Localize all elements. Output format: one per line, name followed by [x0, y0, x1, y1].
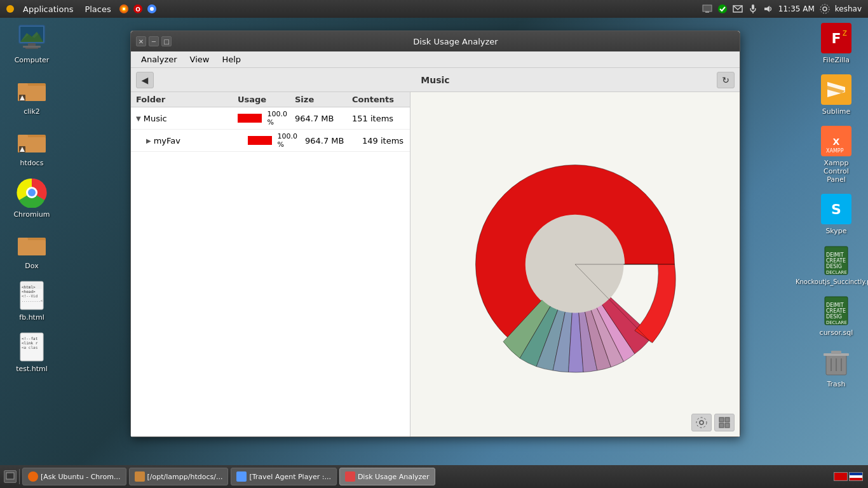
- desktop-icon-trash[interactable]: Trash: [811, 344, 862, 391]
- table-row[interactable]: ▶ myFav 100.0 % 964.7 MB 149 items: [131, 130, 410, 152]
- taskbar-bottom-right: [829, 472, 868, 481]
- taskbar-app-label-2: [Travel Agent Player :...: [249, 473, 330, 481]
- svg-point-10: [718, 4, 727, 13]
- desktop-icon-sublime[interactable]: Sublime: [811, 72, 862, 118]
- current-folder-title: Music: [159, 75, 712, 85]
- htdocs-folder-icon: [17, 126, 47, 156]
- chart-container: [448, 137, 702, 391]
- table-row[interactable]: ▼ Music 100.0 % 964.7 MB 151 items: [131, 107, 410, 130]
- svg-point-0: [6, 5, 14, 13]
- desktop-icon-xampp[interactable]: X XAMPP Xampp Control Panel: [811, 123, 862, 186]
- desktop-icon-pdf[interactable]: DEIMIT CREATE DESIG DECLARE Knockoutjs_S…: [811, 243, 862, 288]
- col-contents: Contents: [352, 95, 410, 104]
- ring-chart-svg: [448, 137, 702, 391]
- svg-text:S: S: [831, 201, 841, 217]
- svg-marker-14: [764, 6, 770, 12]
- clock: 11:35 AM: [778, 4, 815, 13]
- taskbar-app-label-1: [/opt/lampp/htdocs/...: [147, 473, 223, 481]
- chart-settings-button[interactable]: [691, 414, 712, 431]
- menu-view[interactable]: View: [185, 53, 215, 65]
- file-panel: Folder Usage Size Contents ▼ Music 100.0…: [131, 92, 410, 437]
- menu-analyzer[interactable]: Analyzer: [136, 53, 182, 65]
- music-contents: 151 items: [352, 114, 410, 123]
- window-close-button[interactable]: ✕: [136, 36, 146, 46]
- mic-icon: [748, 4, 758, 14]
- ubuntu-icon: [28, 471, 38, 482]
- firefox-icon[interactable]: [119, 4, 129, 14]
- desktop-icon-skype[interactable]: S Skype: [811, 191, 862, 238]
- chart-panel: [410, 92, 740, 437]
- chart-view-button[interactable]: [714, 414, 735, 431]
- computer-icon: [17, 23, 47, 53]
- desktop-icon-sql[interactable]: DEIMIT CREATE DESIG DECLARE cursor.sql: [811, 293, 862, 339]
- desktop-icon-fb-html[interactable]: <html> <head> <!--Vid ..........< fb.htm…: [6, 278, 57, 324]
- svg-rect-33: [18, 135, 28, 139]
- volume-icon[interactable]: [763, 4, 773, 14]
- taskbar-top: Applications Places O: [0, 0, 868, 18]
- svg-text:DECLARE: DECLARE: [826, 320, 847, 325]
- svg-point-41: [28, 189, 36, 196]
- taskbar-apps: [Ask Ubuntu - Chrom... [/opt/lampp/htdoc…: [0, 468, 439, 485]
- skype-icon: S: [821, 194, 851, 224]
- expand-arrow-music[interactable]: ▼: [136, 115, 141, 122]
- svg-point-16: [820, 4, 829, 13]
- svg-text:CREATE: CREATE: [826, 258, 846, 264]
- desktop-icon-computer[interactable]: Computer: [6, 20, 57, 67]
- chromium-taskbar-icon[interactable]: [147, 4, 157, 14]
- desktop-icon-dox[interactable]: Dox: [6, 226, 57, 273]
- refresh-button[interactable]: ↻: [717, 72, 735, 88]
- svg-rect-22: [28, 43, 36, 46]
- travel-icon: [236, 471, 247, 482]
- window-maximize-button[interactable]: □: [161, 36, 172, 46]
- desktop: Applications Places O: [0, 0, 868, 488]
- desktop-icon-chromium[interactable]: Chromium: [6, 175, 57, 221]
- taskbar-app-ubuntu[interactable]: [Ask Ubuntu - Chrom...: [22, 468, 126, 485]
- flag-icons: [834, 472, 863, 481]
- svg-rect-90: [725, 417, 729, 422]
- myfav-folder-name: myFav: [154, 136, 180, 146]
- fb-html-label: fb.html: [19, 313, 44, 322]
- file-name-myfav: ▶ myFav: [146, 136, 248, 146]
- expand-arrow-myfav[interactable]: ▶: [146, 137, 151, 144]
- svg-rect-89: [719, 417, 724, 422]
- pdf-label: Knockoutjs_Succinctly.pdf: [796, 278, 868, 285]
- file-name-music: ▼ Music: [136, 114, 238, 123]
- username: keshav: [835, 4, 862, 13]
- dox-folder-icon: [17, 229, 47, 259]
- desktop-icon-test-html[interactable]: <!--fat <link r <a clas test.html: [6, 329, 57, 376]
- myfav-usage-pct: 100.0 %: [277, 132, 305, 149]
- pdf-icon: DEIMIT CREATE DESIG DECLARE: [821, 245, 851, 276]
- svg-rect-92: [725, 423, 729, 428]
- svg-text:DEIMIT: DEIMIT: [826, 252, 844, 258]
- diskusage-icon: [345, 471, 355, 482]
- music-usage: 100.0 %: [238, 110, 295, 126]
- test-html-icon: <!--fat <link r <a clas: [17, 332, 47, 362]
- opera-icon[interactable]: O: [133, 4, 143, 14]
- settings-icon[interactable]: [820, 4, 830, 14]
- svg-point-94: [29, 473, 37, 480]
- taskbar-app-label-3: Disk Usage Analyzer: [358, 473, 430, 481]
- monitor-icon: [702, 4, 712, 14]
- sublime-label: Sublime: [822, 107, 851, 116]
- disk-usage-analyzer-window: ✕ − □ Disk Usage Analyzer Analyzer View …: [130, 30, 740, 437]
- menu-applications[interactable]: Applications: [19, 3, 77, 15]
- window-minimize-button[interactable]: −: [149, 36, 159, 46]
- menu-places[interactable]: Places: [81, 3, 114, 15]
- taskbar-app-diskusage[interactable]: Disk Usage Analyzer: [339, 468, 435, 485]
- svg-text:<html>: <html>: [22, 285, 36, 289]
- svg-rect-78: [831, 351, 841, 354]
- taskbar-app-travel[interactable]: [Travel Agent Player :...: [231, 468, 336, 485]
- back-button[interactable]: ◀: [136, 72, 154, 88]
- window-title: Disk Usage Analyzer: [177, 37, 735, 46]
- taskbar-app-lampp[interactable]: [/opt/lampp/htdocs/...: [129, 468, 229, 485]
- clik2-label: clik2: [24, 107, 40, 116]
- desktop-icon-htdocs[interactable]: htdocs: [6, 123, 57, 170]
- clik2-folder-icon: [17, 74, 47, 105]
- desktop-icon-filezilla[interactable]: F Z FileZilla: [811, 20, 862, 67]
- svg-text:<!--fat: <!--fat: [22, 336, 38, 341]
- svg-point-88: [696, 417, 707, 428]
- taskbar-top-right: 11:35 AM keshav: [696, 4, 868, 14]
- menu-help[interactable]: Help: [217, 53, 246, 65]
- desktop-icon-clik2[interactable]: clik2: [6, 72, 57, 118]
- filezilla-icon: F Z: [821, 23, 851, 53]
